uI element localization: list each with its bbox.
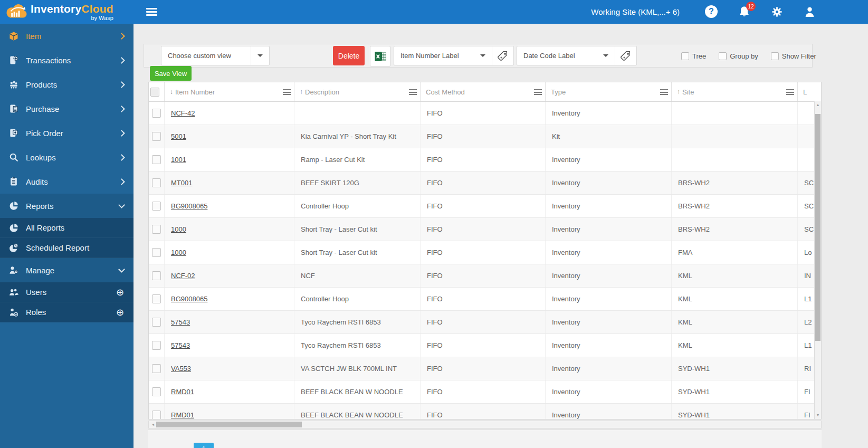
user-account-icon[interactable]: [803, 5, 816, 18]
row-checkbox[interactable]: [152, 411, 161, 420]
tree-checkbox[interactable]: [681, 52, 689, 60]
type-cell: Inventory: [546, 241, 672, 264]
sidebar-item-all-reports[interactable]: All Reports: [0, 218, 133, 238]
type-cell: Inventory: [546, 171, 672, 194]
print-item-number-label-button[interactable]: [492, 46, 513, 65]
app-logo[interactable]: InventoryCloud by Wasp: [0, 3, 133, 21]
item-number-link[interactable]: MT001: [171, 179, 192, 187]
custom-view-dropdown[interactable]: Choose custom view: [161, 46, 270, 65]
item-number-link[interactable]: 5001: [171, 132, 186, 140]
column-menu-icon[interactable]: [660, 89, 668, 95]
cost-method-cell: FIFO: [421, 380, 546, 403]
item-number-link[interactable]: 57543: [171, 341, 190, 349]
row-checkbox[interactable]: [152, 109, 161, 118]
column-menu-icon[interactable]: [409, 89, 417, 95]
sidebar-item-manage[interactable]: Manage: [0, 258, 133, 282]
sidebar-item-products[interactable]: Products: [0, 72, 133, 97]
column-label: Site: [682, 88, 784, 96]
cost-method-cell: FIFO: [421, 218, 546, 241]
row-checkbox[interactable]: [152, 155, 161, 164]
column-label: Item Number: [175, 88, 281, 96]
item-number-link[interactable]: 1000: [171, 225, 186, 233]
show-filter-checkbox-option[interactable]: Show Filter: [771, 52, 816, 60]
row-checkbox[interactable]: [152, 318, 161, 327]
menu-toggle-icon[interactable]: [144, 4, 159, 20]
sidebar-item-audits[interactable]: Audits: [0, 169, 133, 194]
chevron-down-icon[interactable]: [251, 46, 269, 65]
chevron-down-icon[interactable]: [474, 46, 492, 65]
current-page-button[interactable]: 1: [194, 443, 214, 448]
column-menu-icon[interactable]: [534, 89, 542, 95]
column-header-cost-method[interactable]: Cost Method: [421, 82, 546, 101]
scroll-left-icon[interactable]: ◄: [150, 421, 156, 428]
vertical-scrollbar-thumb[interactable]: [815, 114, 821, 341]
sidebar-item-reports[interactable]: Reports: [0, 194, 133, 218]
row-checkbox[interactable]: [152, 341, 161, 350]
item-number-link[interactable]: 57543: [171, 318, 190, 326]
sidebar-item-label: Pick Order: [26, 129, 119, 138]
add-roles-icon[interactable]: ⊕: [116, 308, 124, 317]
row-checkbox[interactable]: [152, 387, 161, 396]
item-number-link[interactable]: BG9008065: [171, 202, 207, 210]
add-users-icon[interactable]: ⊕: [116, 288, 124, 297]
row-checkbox[interactable]: [152, 225, 161, 234]
horizontal-scrollbar[interactable]: ◄: [148, 421, 822, 428]
chevron-down-icon[interactable]: [597, 46, 615, 65]
column-header-description[interactable]: ↑Description: [294, 82, 421, 101]
print-date-code-label-button[interactable]: [615, 46, 636, 65]
roles-icon: [8, 307, 19, 318]
settings-gear-icon[interactable]: [770, 5, 784, 18]
item-number-label-dropdown[interactable]: Item Number Label: [394, 52, 474, 60]
column-menu-icon[interactable]: [786, 89, 794, 95]
column-header-site[interactable]: ↑Site: [672, 82, 798, 101]
item-number-link[interactable]: 1000: [171, 249, 186, 256]
column-header-item-number[interactable]: ↓Item Number: [165, 82, 294, 101]
sidebar-item-lookups[interactable]: Lookups: [0, 145, 133, 169]
row-checkbox[interactable]: [152, 271, 161, 280]
delete-button[interactable]: Delete: [333, 46, 365, 65]
vertical-scrollbar[interactable]: ▲ ▼: [814, 101, 821, 419]
sidebar-item-roles[interactable]: Roles⊕: [0, 302, 133, 322]
sidebar-item-scheduled-report[interactable]: Scheduled Report: [0, 238, 133, 258]
sidebar-item-label: Lookups: [26, 153, 119, 162]
row-checkbox-cell: [149, 357, 165, 380]
sidebar-item-users[interactable]: Users⊕: [0, 282, 133, 302]
item-number-link[interactable]: 1001: [171, 156, 186, 164]
show-filter-checkbox[interactable]: [771, 52, 779, 60]
row-checkbox[interactable]: [152, 294, 161, 303]
sidebar-item-purchase[interactable]: Purchase: [0, 97, 133, 121]
item-number-link[interactable]: BG9008065: [171, 295, 207, 303]
row-checkbox[interactable]: [152, 364, 161, 373]
item-number-link[interactable]: RMD01: [171, 411, 194, 419]
table-row: BG9008065Controller HoopFIFOInventoryBRS…: [149, 195, 821, 218]
export-excel-button[interactable]: [370, 46, 390, 66]
select-all-checkbox[interactable]: [150, 88, 159, 97]
item-number-link[interactable]: VA553: [171, 365, 191, 373]
row-checkbox[interactable]: [152, 178, 161, 187]
help-icon[interactable]: ?: [705, 5, 718, 18]
notifications-bell-icon[interactable]: 12: [738, 5, 751, 18]
row-checkbox[interactable]: [152, 248, 161, 257]
group-by-checkbox-option[interactable]: Group by: [719, 52, 758, 60]
item-number-link[interactable]: NCF-02: [171, 272, 195, 280]
column-header-l[interactable]: L: [798, 82, 821, 101]
item-number-link[interactable]: NCF-42: [171, 109, 195, 117]
scroll-up-icon[interactable]: ▲: [815, 101, 821, 109]
sidebar-item-transactions[interactable]: Transactions: [0, 48, 133, 72]
sidebar-item-pick-order[interactable]: Pick Order: [0, 121, 133, 145]
item-number-link[interactable]: RMD01: [171, 388, 194, 396]
save-view-button[interactable]: Save View: [150, 66, 192, 81]
row-checkbox[interactable]: [152, 132, 161, 141]
column-header-type[interactable]: Type: [546, 82, 672, 101]
item-number-cell: BG9008065: [165, 288, 294, 310]
sidebar-item-item[interactable]: Item: [0, 24, 133, 48]
tree-checkbox-option[interactable]: Tree: [681, 52, 706, 60]
scroll-down-icon[interactable]: ▼: [815, 412, 821, 419]
group-by-checkbox[interactable]: [719, 52, 727, 60]
horizontal-scrollbar-thumb[interactable]: [156, 422, 302, 427]
column-menu-icon[interactable]: [283, 89, 291, 95]
row-checkbox[interactable]: [152, 202, 161, 211]
working-site-selector[interactable]: Working Site (KML,...+ 6): [591, 7, 680, 16]
date-code-label-dropdown[interactable]: Date Code Label: [517, 52, 597, 60]
description-cell: Ramp - Laser Cut Kit: [294, 148, 421, 171]
